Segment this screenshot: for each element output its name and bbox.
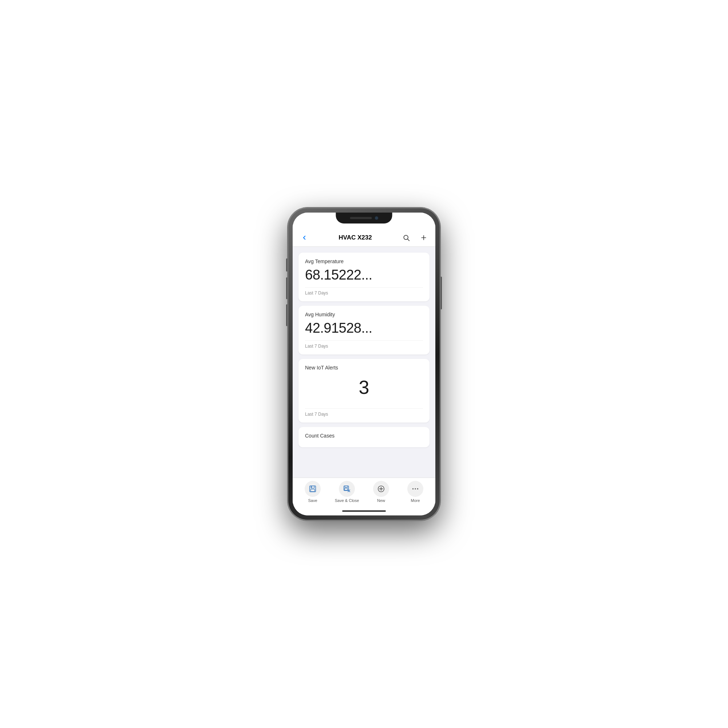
phone-device: HVAC X232: [288, 208, 440, 520]
svg-point-17: [414, 488, 416, 489]
avg-humidity-card[interactable]: Avg Humidity 42.91528... Last 7 Days: [298, 306, 430, 355]
front-camera: [375, 216, 378, 220]
search-button[interactable]: [401, 232, 412, 243]
save-icon-circle: [305, 481, 321, 497]
more-icon-circle: [407, 481, 423, 497]
more-icon: [411, 485, 419, 493]
new-iot-alerts-card[interactable]: New IoT Alerts 3 Last 7 Days: [298, 359, 430, 423]
phone-screen: HVAC X232: [293, 213, 435, 515]
side-button-vol-down: [286, 304, 288, 326]
svg-rect-6: [311, 489, 315, 491]
scroll-content: Avg Temperature 68.15222... Last 7 Days …: [293, 247, 435, 477]
new-icon-circle: [373, 481, 389, 497]
avg-temperature-card[interactable]: Avg Temperature 68.15222... Last 7 Days: [298, 252, 430, 301]
new-label: New: [377, 498, 385, 503]
save-close-toolbar-item[interactable]: Save & Close: [330, 481, 364, 503]
home-indicator: [293, 507, 435, 515]
new-iot-alerts-label: New IoT Alerts: [305, 365, 423, 370]
side-button-vol-up: [286, 277, 288, 299]
save-icon: [309, 485, 317, 493]
iot-value-row: 3: [305, 373, 423, 407]
count-cases-card[interactable]: Count Cases: [298, 427, 430, 447]
nav-actions: [401, 232, 430, 243]
avg-temperature-label: Avg Temperature: [305, 258, 423, 264]
new-icon: [377, 485, 385, 493]
back-button[interactable]: [298, 232, 310, 243]
avg-humidity-label: Avg Humidity: [305, 312, 423, 317]
new-iot-alerts-value: 3: [359, 376, 369, 398]
svg-point-16: [412, 488, 413, 489]
side-button-mute: [286, 258, 288, 272]
new-toolbar-item[interactable]: New: [364, 481, 398, 503]
svg-line-1: [408, 239, 410, 241]
page-title: HVAC X232: [338, 234, 372, 241]
app-content: HVAC X232: [293, 213, 435, 515]
nav-bar: HVAC X232: [293, 229, 435, 247]
save-close-icon-circle: [339, 481, 355, 497]
avg-humidity-value: 42.91528...: [305, 320, 423, 336]
count-cases-label: Count Cases: [305, 433, 423, 439]
more-toolbar-item[interactable]: More: [398, 481, 433, 503]
svg-point-18: [417, 488, 418, 489]
save-close-icon: [343, 485, 351, 493]
notch: [336, 213, 392, 223]
avg-humidity-footer: Last 7 Days: [305, 340, 423, 349]
avg-temperature-footer: Last 7 Days: [305, 287, 423, 295]
new-iot-alerts-footer: Last 7 Days: [305, 408, 423, 417]
home-bar: [342, 510, 386, 512]
svg-rect-10: [345, 488, 348, 490]
side-button-power: [440, 277, 442, 309]
add-button[interactable]: [418, 232, 430, 243]
bottom-toolbar: Save Save & Close: [293, 477, 435, 507]
save-label: Save: [308, 498, 317, 503]
speaker: [350, 217, 372, 219]
more-label: More: [411, 498, 420, 503]
save-toolbar-item[interactable]: Save: [295, 481, 330, 503]
avg-temperature-value: 68.15222...: [305, 267, 423, 283]
save-close-label: Save & Close: [335, 498, 359, 503]
